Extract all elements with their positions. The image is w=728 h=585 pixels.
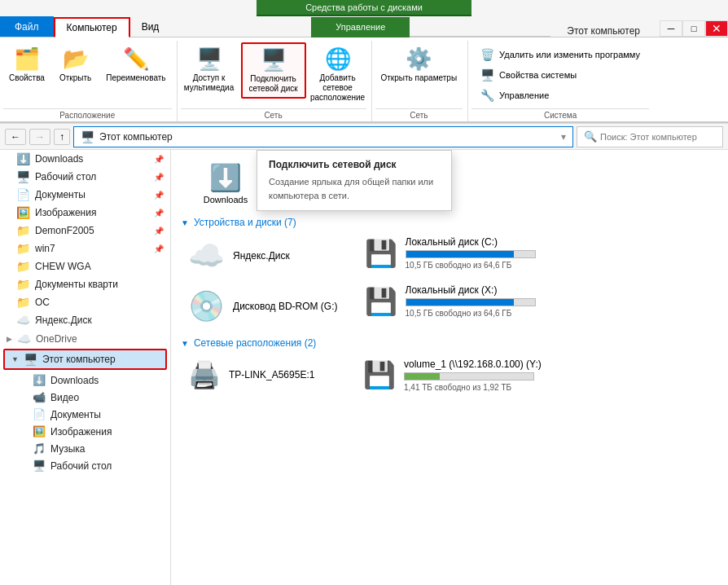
- minimize-button[interactable]: ─: [660, 20, 682, 37]
- sidebar-item-images-sub[interactable]: 🖼️ Изображения: [0, 423, 170, 440]
- uninstall-button[interactable]: 🗑️ Удалить или изменить программу: [475, 46, 646, 64]
- open-icon: 📂: [63, 46, 89, 72]
- search-box[interactable]: 🔍: [577, 126, 723, 147]
- docs-sub-icon: 📄: [33, 408, 46, 420]
- address-bar[interactable]: 🖥️ Этот компьютер ▾: [73, 126, 573, 147]
- ribbon-group-network: 🖥️ Доступ к мультимедиа 🖥️ Подключить се…: [181, 41, 372, 121]
- media-access-button[interactable]: 🖥️ Доступ к мультимедиа: [181, 42, 238, 97]
- disk-c-bar: [406, 250, 536, 258]
- yandex-icon: ☁️: [10, 314, 30, 327]
- sidebar-item-this-pc[interactable]: ▼ 🖥️ Этот компьютер: [3, 349, 167, 370]
- sidebar-item-yandex[interactable]: ☁️ Яндекс.Диск: [0, 311, 170, 329]
- sidebar-item-downloads-sub[interactable]: ⬇️ Downloads: [0, 372, 170, 389]
- music-sub-icon: 🎵: [33, 442, 46, 455]
- sidebar-item-chewwga[interactable]: 📁 CHEW WGA: [0, 257, 170, 275]
- close-button[interactable]: ✕: [705, 20, 728, 37]
- forward-button[interactable]: →: [29, 129, 50, 145]
- address-icon: 🖥️: [81, 130, 94, 143]
- pin-icon-4: 📌: [154, 209, 164, 218]
- network-item-tp[interactable]: 🖨️ TP-LINK_A5695E:1: [181, 354, 344, 396]
- disk-c-item[interactable]: 💾 Локальный диск (C:) 10,5 ГБ свободно и…: [358, 233, 542, 273]
- sidebar-item-images-pinned[interactable]: 🖼️ Изображения 📌: [0, 204, 170, 222]
- disk-x-bar: [406, 298, 536, 306]
- sidebar-item-os[interactable]: 📁 ОС: [0, 293, 170, 311]
- maximize-button[interactable]: □: [682, 20, 705, 37]
- chevron-onedrive-icon: ▶: [7, 335, 12, 343]
- group-label-network: Сеть: [181, 108, 366, 121]
- thispc-icon: 🖥️: [24, 353, 37, 366]
- system-props-icon: 🖥️: [480, 68, 494, 81]
- folder-docskvart-icon: 📁: [10, 278, 30, 291]
- chevron-network-icon: ▼: [181, 339, 189, 348]
- volume-y-bar: [404, 372, 534, 380]
- pin-icon-6: 📌: [154, 244, 164, 253]
- volume-y-icon: 💾: [363, 359, 396, 390]
- dvd-drive-item[interactable]: 💿 Дисковод BD-ROM (G:): [181, 284, 345, 329]
- sidebar-section-onedrive[interactable]: ▶ ☁️ OneDrive: [0, 329, 170, 347]
- tp-link-icon: 🖨️: [188, 359, 221, 390]
- group-label-open: Сеть: [375, 108, 463, 121]
- onedrive-icon: ☁️: [17, 332, 31, 345]
- sidebar-item-docskvart[interactable]: 📁 Документы кварти: [0, 275, 170, 293]
- nav-bar: ← → ↑ 🖥️ Этот компьютер ▾ 🔍: [0, 124, 728, 150]
- tooltip-title: Подключить сетевой диск: [269, 159, 440, 170]
- tab-file[interactable]: Файл: [0, 16, 54, 37]
- system-props-button[interactable]: 🖥️ Свойства системы: [475, 66, 646, 84]
- context-label: Средства работы с дисками: [257, 0, 471, 16]
- yandex-disk-icon: ☁️: [188, 239, 225, 273]
- downloads-sub-icon: ⬇️: [33, 374, 46, 386]
- open-params-icon: ⚙️: [406, 46, 432, 72]
- main-content: ⬇️ Downloads 📹 Видео 🖥️ Рабоч... ▼ Устро…: [171, 150, 728, 585]
- add-network-button[interactable]: 🌐 Добавить сетевое расположение: [309, 42, 366, 107]
- connect-drive-button[interactable]: 🖥️ Подключить сетевой диск: [241, 42, 306, 99]
- volume-y-item[interactable]: 💾 volume_1 (\\192.168.0.100) (Y:) 1,41 Т…: [357, 354, 548, 396]
- up-button[interactable]: ↑: [54, 129, 70, 145]
- group-label-location: Расположение: [3, 108, 172, 121]
- sidebar-item-desktop-pinned[interactable]: 🖥️ Рабочий стол 📌: [0, 168, 170, 186]
- group-label-system: Система: [471, 108, 649, 121]
- sidebar-item-desktop-sub[interactable]: 🖥️ Рабочий стол: [0, 457, 170, 474]
- tab-manage[interactable]: Управление: [311, 17, 410, 37]
- chevron-devices-icon: ▼: [181, 218, 189, 227]
- images-sub-icon: 🖼️: [33, 425, 46, 438]
- media-access-icon: 🖥️: [196, 46, 222, 72]
- docs-icon: 📄: [10, 188, 30, 201]
- desktop-sub-icon: 🖥️: [33, 460, 46, 472]
- dvd-icon: 💿: [188, 289, 225, 323]
- folder-demon-icon: 📁: [10, 224, 30, 237]
- ribbon-group-location: 🗂️ Свойства 📂 Открыть ✏️ Переименовать Р…: [3, 41, 178, 121]
- chevron-thispc-icon: ▼: [11, 355, 19, 363]
- folder-win7-icon: 📁: [10, 242, 30, 255]
- tab-computer[interactable]: Компьютер: [54, 17, 130, 37]
- sidebar: ⬇️ Downloads 📌 🖥️ Рабочий стол 📌 📄 Докум…: [0, 150, 171, 585]
- tooltip-desc: Создание ярлыка для общей папки или комп…: [269, 175, 440, 202]
- downloads-icon: ⬇️: [10, 152, 30, 165]
- images-icon: 🖼️: [10, 206, 30, 219]
- open-button[interactable]: 📂 Открыть: [54, 42, 97, 107]
- add-network-icon: 🌐: [325, 46, 351, 72]
- sidebar-item-downloads-pinned[interactable]: ⬇️ Downloads 📌: [0, 150, 170, 168]
- rename-button[interactable]: ✏️ Переименовать: [100, 42, 171, 107]
- disk-x-icon: 💾: [365, 286, 397, 317]
- properties-icon: 🗂️: [14, 46, 40, 72]
- sidebar-item-demonf[interactable]: 📁 DemonF2005 📌: [0, 222, 170, 240]
- properties-button[interactable]: 🗂️ Свойства: [3, 42, 50, 107]
- rename-icon: ✏️: [123, 46, 149, 72]
- pin-icon-3: 📌: [154, 191, 164, 200]
- content-downloads-icon: ⬇️: [209, 162, 242, 193]
- ribbon-group-system: 🗑️ Удалить или изменить программу 🖥️ Сво…: [471, 41, 649, 121]
- manage-button[interactable]: 🔧 Управление: [475, 86, 646, 104]
- search-input[interactable]: [600, 132, 698, 142]
- sidebar-item-win7[interactable]: 📁 win7 📌: [0, 240, 170, 257]
- back-button[interactable]: ←: [5, 129, 26, 145]
- sidebar-item-docs-sub[interactable]: 📄 Документы: [0, 406, 170, 423]
- sidebar-item-video-sub[interactable]: 📹 Видео: [0, 389, 170, 406]
- video-sub-icon: 📹: [33, 391, 46, 403]
- disk-x-item[interactable]: 💾 Локальный диск (X:) 10,5 ГБ свободно и…: [358, 281, 542, 321]
- sidebar-item-documents-pinned[interactable]: 📄 Документы 📌: [0, 186, 170, 204]
- open-params-button[interactable]: ⚙️ Открыть параметры: [375, 42, 463, 107]
- uninstall-icon: 🗑️: [480, 48, 494, 61]
- yandex-disk-item[interactable]: ☁️ Яндекс.Диск: [181, 233, 345, 279]
- tab-view[interactable]: Вид: [130, 16, 171, 37]
- sidebar-item-music-sub[interactable]: 🎵 Музыка: [0, 440, 170, 457]
